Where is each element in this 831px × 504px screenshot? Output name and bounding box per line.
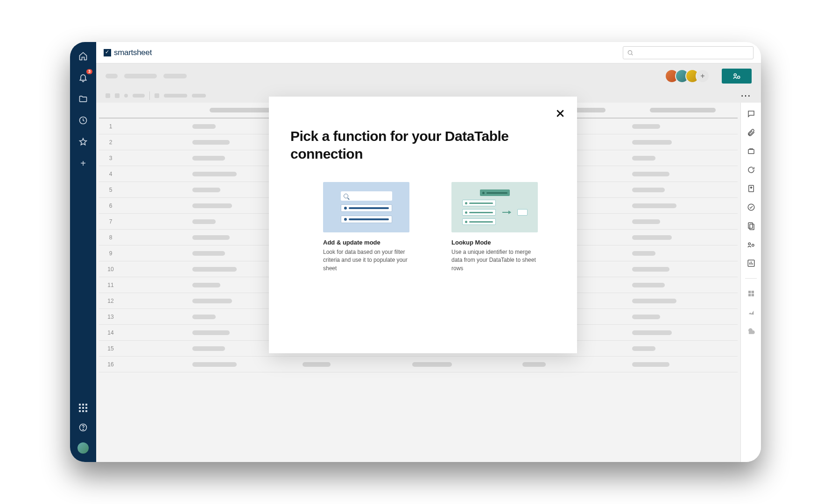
brand-mark-icon <box>104 49 111 56</box>
home-icon[interactable] <box>77 50 89 62</box>
integration-icon-2[interactable] <box>746 307 757 318</box>
option-lookup[interactable]: Lookup Mode Use a unique identifier to m… <box>451 182 538 273</box>
cell-placeholder <box>632 188 665 192</box>
connections-icon[interactable] <box>746 239 757 250</box>
update-requests-icon[interactable] <box>746 164 757 175</box>
option-add-update[interactable]: Add & update mode Look for data based on… <box>323 182 409 273</box>
table-row[interactable]: 16 <box>99 357 738 372</box>
cell-placeholder <box>632 362 669 367</box>
option-description: Use a unique identifier to merge data fr… <box>451 248 538 273</box>
cell-placeholder <box>632 330 672 335</box>
toolbar-item[interactable] <box>133 94 145 98</box>
cell-placeholder <box>192 140 230 145</box>
column-header[interactable] <box>210 108 275 112</box>
recents-icon[interactable] <box>77 115 89 126</box>
toolbar-item[interactable] <box>192 94 206 98</box>
share-button[interactable] <box>722 69 752 84</box>
cell-placeholder <box>192 346 225 351</box>
close-icon <box>556 109 565 118</box>
row-number: 1 <box>99 123 122 130</box>
toolbar-item[interactable] <box>124 94 128 98</box>
svg-rect-14 <box>748 291 751 293</box>
cell-placeholder <box>192 299 232 303</box>
cell-placeholder <box>303 362 331 367</box>
svg-point-5 <box>738 76 740 78</box>
row-number: 2 <box>99 139 122 146</box>
cell-placeholder <box>632 283 665 287</box>
svg-rect-10 <box>750 224 754 230</box>
cell-placeholder <box>192 330 230 335</box>
row-number: 13 <box>99 314 122 320</box>
svg-point-12 <box>752 244 754 246</box>
svg-point-3 <box>628 50 632 54</box>
cell-placeholder <box>632 219 660 224</box>
user-avatar[interactable] <box>77 441 90 455</box>
main-content: smartsheet + <box>96 42 761 462</box>
divider <box>149 91 150 100</box>
integration-icon-3[interactable] <box>746 325 757 336</box>
modal-title: Pick a function for your DataTable conne… <box>290 127 556 162</box>
cell-placeholder <box>632 346 655 351</box>
folder-icon[interactable] <box>77 93 89 105</box>
work-insights-icon[interactable] <box>746 258 757 269</box>
cell-placeholder <box>632 140 672 145</box>
toolbar-item[interactable] <box>164 94 187 98</box>
divider <box>745 278 757 279</box>
row-number: 6 <box>99 203 122 209</box>
cell-placeholder <box>632 299 676 303</box>
row-number: 12 <box>99 298 122 304</box>
option-illustration <box>451 182 538 232</box>
cell-placeholder <box>632 235 672 240</box>
attachments-icon[interactable] <box>746 127 757 138</box>
help-icon[interactable] <box>77 422 89 433</box>
svg-rect-9 <box>748 223 753 228</box>
row-number: 11 <box>99 282 122 288</box>
favorites-icon[interactable] <box>77 136 89 147</box>
cell-placeholder <box>632 156 655 161</box>
cell-placeholder <box>192 172 237 176</box>
row-number: 15 <box>99 345 122 352</box>
column-header[interactable] <box>650 108 716 112</box>
cell-placeholder <box>192 251 225 256</box>
svg-rect-6 <box>748 149 754 154</box>
placeholder <box>124 74 157 78</box>
publish-icon[interactable] <box>746 183 757 194</box>
cell-placeholder <box>632 203 676 208</box>
cell-placeholder <box>632 315 660 319</box>
cell-placeholder <box>192 219 216 224</box>
activity-log-icon[interactable] <box>746 202 757 213</box>
toolbar-item[interactable] <box>155 93 159 98</box>
placeholder <box>106 74 118 78</box>
notification-badge: 3 <box>86 69 92 74</box>
close-button[interactable] <box>556 109 565 118</box>
summary-icon[interactable] <box>746 220 757 231</box>
proofs-icon[interactable] <box>746 146 757 157</box>
app-window: 3 + smartsheet <box>70 42 761 462</box>
add-collaborator-button[interactable]: + <box>696 69 710 83</box>
toolbar-item[interactable] <box>115 93 120 98</box>
cell-placeholder <box>192 124 216 129</box>
svg-rect-17 <box>751 294 754 296</box>
cell-placeholder <box>192 283 220 287</box>
more-options-icon[interactable]: ⋯ <box>740 90 752 102</box>
row-number: 5 <box>99 187 122 193</box>
option-title: Add & update mode <box>323 239 409 246</box>
add-icon[interactable]: + <box>77 158 89 169</box>
cell-placeholder <box>192 203 232 208</box>
notifications-icon[interactable]: 3 <box>77 72 89 83</box>
integration-icon-1[interactable] <box>746 288 757 299</box>
search-input[interactable] <box>623 46 754 59</box>
brand-logo[interactable]: smartsheet <box>104 48 152 57</box>
apps-icon[interactable] <box>77 402 89 413</box>
comments-icon[interactable] <box>746 108 757 119</box>
cell-placeholder <box>192 267 237 272</box>
sheet-title-bar: + <box>96 63 761 89</box>
share-icon <box>732 71 741 81</box>
cell-placeholder <box>192 315 216 319</box>
svg-rect-16 <box>748 294 751 296</box>
left-nav-rail: 3 + <box>70 42 96 462</box>
toolbar-item[interactable] <box>106 93 110 98</box>
cell-placeholder <box>192 235 230 240</box>
function-options: Add & update mode Look for data based on… <box>290 182 556 273</box>
svg-point-2 <box>83 429 83 430</box>
